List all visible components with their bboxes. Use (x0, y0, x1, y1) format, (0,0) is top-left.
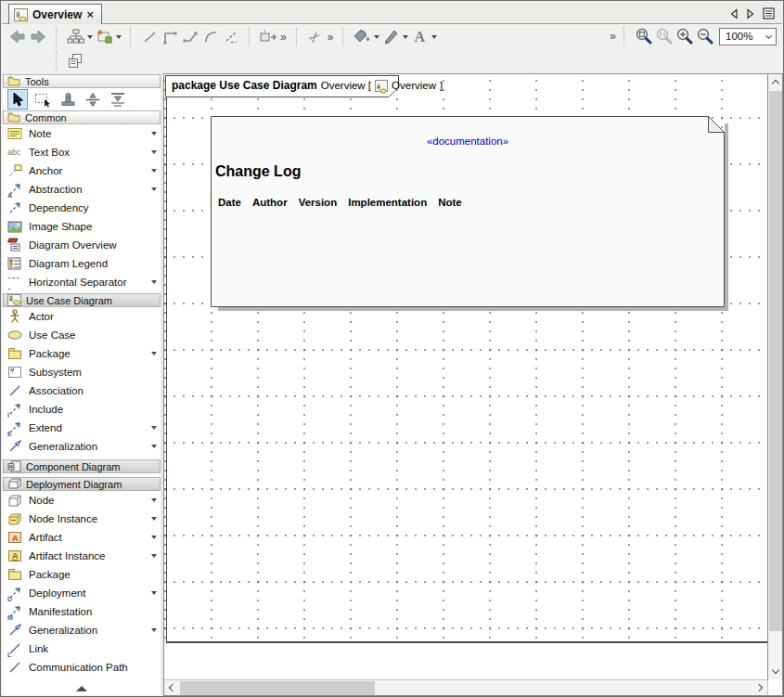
nav-back-button[interactable] (7, 27, 28, 47)
dropdown-arrow-icon[interactable] (148, 628, 161, 632)
path-style-curved-button[interactable] (200, 27, 221, 47)
close-icon[interactable]: × (86, 10, 94, 19)
palette-item-note[interactable]: Note (3, 124, 161, 143)
palette-item-link[interactable]: L Link (3, 639, 161, 658)
palette-scroll-up-button[interactable] (3, 686, 161, 691)
tab-overview[interactable]: Overview × (8, 4, 102, 24)
layout-tree-dropdown[interactable] (85, 27, 94, 47)
scroll-left-button[interactable] (164, 681, 179, 694)
previous-diagram-button[interactable] (729, 6, 739, 23)
palette-item-generalization-deployment[interactable]: Generalization (3, 621, 161, 639)
marquee-selection-tool-button[interactable] (32, 89, 53, 110)
dropdown-arrow-icon[interactable] (148, 169, 161, 173)
chevron-down-icon (765, 32, 772, 38)
dropdown-arrow-icon[interactable] (148, 445, 161, 448)
diagram-frame-bottom-edge (166, 641, 767, 643)
select-tool-button[interactable] (7, 89, 28, 110)
dropdown-arrow-icon[interactable] (148, 187, 161, 191)
palette-item-association[interactable]: Association (3, 381, 161, 400)
dropdown-arrow-icon[interactable] (148, 132, 161, 136)
palette-item-use-case[interactable]: Use Case (3, 326, 161, 344)
palette-header-common[interactable]: Common (3, 110, 161, 124)
dropdown-arrow-icon[interactable] (148, 280, 161, 284)
palette-item-diagram-overview[interactable]: Diagram Overview (3, 236, 161, 254)
diagram-legend-icon (7, 256, 23, 271)
path-style-custom-button[interactable] (221, 27, 241, 47)
fill-color-button[interactable] (352, 27, 372, 47)
path-style-bent-button[interactable] (180, 27, 200, 47)
scroll-down-button[interactable] (769, 663, 782, 678)
vertical-split-tool-button[interactable] (83, 89, 103, 110)
palette-item-anchor[interactable]: Anchor (3, 161, 161, 180)
palette-item-include[interactable]: I Include (3, 400, 161, 419)
palette-item-artifact-instance[interactable]: A Artifact Instance (3, 547, 161, 565)
palette-item-generalization-usecase[interactable]: Generalization (3, 437, 161, 456)
palette-item-text-box[interactable]: abc Text Box (3, 143, 161, 161)
palette-item-abstraction[interactable]: A Abstraction (3, 180, 161, 199)
horizontal-split-tool-button[interactable] (108, 89, 128, 110)
font-color-dropdown[interactable] (430, 27, 438, 47)
path-style-oblique-button[interactable] (139, 27, 160, 47)
main-toolbar: » ✂ » A » (2, 25, 782, 48)
overflow-icon[interactable]: » (326, 31, 336, 44)
palette-item-deployment[interactable]: D Deployment (3, 584, 161, 602)
scroll-right-button[interactable] (752, 681, 767, 694)
dropdown-arrow-icon[interactable] (148, 554, 161, 558)
palette-item-artifact[interactable]: A Artifact (3, 528, 161, 547)
zoom-level-combobox[interactable]: 100% (719, 28, 777, 45)
palette-header-use-case-diagram[interactable]: Use Case Diagram (3, 293, 161, 307)
add-shape-button[interactable] (94, 27, 114, 47)
diagram-canvas[interactable]: package Use Case Diagram Overview [ Over… (164, 74, 767, 679)
palette-item-horizontal-separator[interactable]: ---- Horizontal Separator (3, 273, 161, 291)
nav-forward-button[interactable] (28, 27, 48, 47)
overflow-icon[interactable]: » (278, 31, 289, 44)
palette-item-diagram-legend[interactable]: Diagram Legend (3, 254, 161, 273)
zoom-fit-button[interactable] (634, 26, 654, 46)
vertical-scrollbar[interactable] (767, 74, 782, 679)
dropdown-arrow-icon[interactable] (148, 150, 161, 154)
palette-item-manifestation[interactable]: M Manifestation (3, 602, 161, 621)
palette-item-package-usecase[interactable]: Package (3, 344, 161, 363)
documentation-note[interactable]: «documentation» Change Log Date Author V… (211, 116, 725, 307)
font-color-button[interactable]: A (409, 27, 430, 47)
add-shape-dropdown[interactable] (114, 27, 122, 47)
overflow-icon[interactable]: » (608, 30, 618, 43)
horizontal-scrollbar-thumb[interactable] (180, 681, 375, 695)
palette-item-communication-path[interactable]: Communication Path (3, 658, 161, 677)
diagram-frame-header[interactable]: package Use Case Diagram Overview [ Over… (165, 75, 400, 101)
dropdown-arrow-icon[interactable] (148, 498, 161, 502)
diagram-canvas-panel: package Use Case Diagram Overview [ Over… (163, 73, 783, 696)
dropdown-arrow-icon[interactable] (148, 517, 161, 521)
vertical-scrollbar-thumb[interactable] (769, 91, 782, 631)
cut-button[interactable]: ✂ (305, 27, 326, 47)
resize-shape-button[interactable] (258, 27, 278, 47)
palette-item-extend[interactable]: E Extend (3, 419, 161, 437)
palette-header-component-diagram[interactable]: Component Diagram (3, 459, 161, 473)
horizontal-scrollbar[interactable] (164, 679, 767, 695)
next-diagram-button[interactable] (746, 6, 755, 23)
dropdown-arrow-icon[interactable] (148, 591, 161, 595)
scroll-up-button[interactable] (769, 74, 782, 90)
palette-item-node[interactable]: Node (3, 491, 161, 510)
fill-color-dropdown[interactable] (372, 27, 380, 47)
pen-color-dropdown[interactable] (401, 27, 409, 47)
palette-item-subsystem[interactable]: Subsystem (3, 363, 161, 381)
palette-item-node-instance[interactable]: Node Instance (3, 510, 161, 528)
palette-item-image-shape[interactable]: Image Shape (3, 217, 161, 236)
copy-diagram-button[interactable] (65, 50, 85, 71)
palette-item-dependency[interactable]: Dependency (3, 199, 161, 217)
palette-item-actor[interactable]: Actor (3, 307, 161, 326)
palette-header-tools[interactable]: Tools (3, 74, 161, 88)
zoom-out-button[interactable] (695, 26, 715, 46)
diagram-list-button[interactable] (763, 6, 775, 23)
dropdown-arrow-icon[interactable] (148, 426, 161, 430)
pen-color-button[interactable] (380, 27, 401, 47)
stamp-tool-button[interactable] (58, 89, 78, 110)
palette-header-deployment-diagram[interactable]: Deployment Diagram (3, 477, 161, 491)
zoom-in-button[interactable] (675, 26, 695, 46)
palette-item-package-deployment[interactable]: Package (3, 565, 161, 584)
path-style-rectilinear-button[interactable] (160, 27, 180, 47)
dropdown-arrow-icon[interactable] (148, 352, 161, 355)
dropdown-arrow-icon[interactable] (148, 536, 161, 539)
layout-tree-button[interactable] (65, 27, 85, 47)
